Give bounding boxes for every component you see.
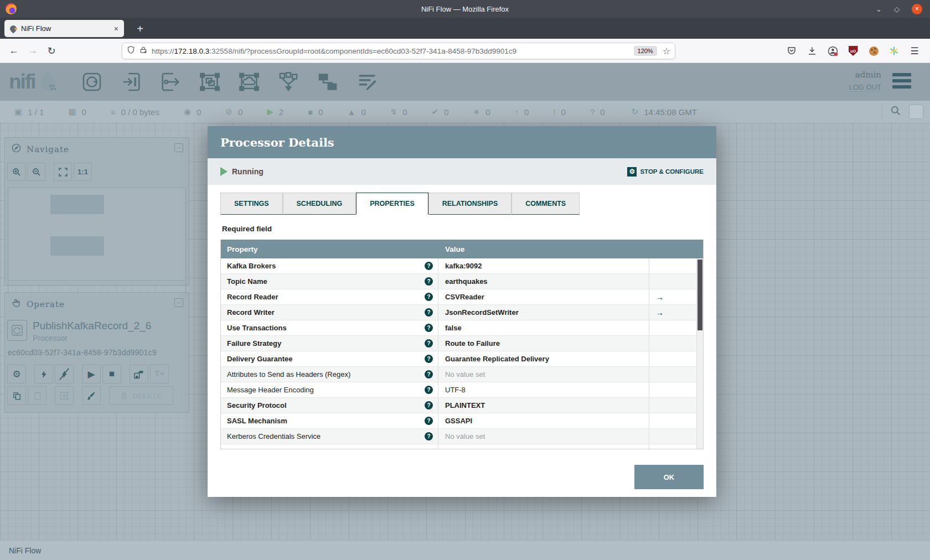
forward-button[interactable]: → [23, 45, 42, 56]
goto-service-arrow-icon[interactable]: → [655, 308, 664, 317]
table-scrollbar[interactable] [696, 258, 703, 449]
lock-warning-icon[interactable] [140, 46, 147, 56]
property-row[interactable]: Security Protocol?PLAINTEXT [221, 398, 703, 413]
property-help-icon[interactable]: ? [425, 386, 433, 394]
upload-template-button[interactable] [150, 365, 169, 383]
property-value[interactable]: JsonRecordSetWriter [438, 305, 649, 320]
start-button[interactable]: ▶ [82, 365, 101, 383]
property-value[interactable]: PLAINTEXT [438, 398, 649, 413]
tab-scheduling[interactable]: SCHEDULING [283, 193, 356, 215]
global-menu-icon[interactable] [892, 73, 911, 91]
logout-link[interactable]: LOG OUT [849, 83, 881, 92]
property-help-icon[interactable]: ? [425, 417, 433, 425]
property-help-icon[interactable]: ? [425, 432, 433, 440]
ok-button[interactable]: OK [634, 465, 704, 489]
birdseye-minimap[interactable] [8, 188, 186, 281]
template-toolbar-icon[interactable] [317, 71, 338, 92]
tab-properties[interactable]: PROPERTIES [356, 193, 428, 215]
download-icon[interactable] [807, 45, 818, 56]
zoom-fit-button[interactable] [54, 163, 72, 181]
property-value[interactable]: kafka:9092 [438, 258, 649, 273]
property-value[interactable]: UTF-8 [438, 382, 649, 397]
remote-process-group-toolbar-icon[interactable] [239, 71, 260, 92]
color-brush-button[interactable] [82, 386, 101, 405]
goto-service-arrow-icon[interactable]: → [655, 292, 664, 302]
window-maximize-icon[interactable]: ◇ [894, 6, 900, 13]
table-scrollbar-thumb[interactable] [698, 260, 702, 330]
browser-tab[interactable]: NiFi Flow × [4, 20, 124, 37]
settings-panel-icon[interactable] [909, 105, 923, 119]
output-port-toolbar-icon[interactable] [160, 71, 181, 92]
account-icon[interactable] [827, 45, 838, 56]
property-help-icon[interactable]: ? [425, 308, 433, 317]
search-icon[interactable] [890, 105, 901, 118]
property-help-icon[interactable]: ? [425, 339, 433, 348]
zoom-out-button[interactable] [27, 163, 45, 181]
stop-and-configure-button[interactable]: ⚙ STOP & CONFIGURE [627, 167, 704, 177]
enable-button[interactable] [34, 365, 53, 383]
breadcrumb[interactable]: NiFi Flow [9, 546, 41, 555]
tab-settings[interactable]: SETTINGS [220, 193, 283, 215]
property-value[interactable]: false [438, 320, 649, 335]
operate-collapse-button[interactable]: − [174, 298, 183, 307]
property-value[interactable]: No value set [438, 429, 649, 444]
zoom-in-button[interactable] [7, 163, 25, 181]
property-row[interactable]: Attributes to Send as Headers (Regex)?No… [221, 367, 703, 382]
tab-comments[interactable]: COMMENTS [512, 193, 580, 215]
group-button[interactable] [55, 386, 74, 405]
property-value[interactable]: earthquakes [438, 274, 649, 289]
new-tab-button[interactable]: + [133, 22, 147, 36]
ublock-icon[interactable]: uO [848, 45, 859, 56]
tab-relationships[interactable]: RELATIONSHIPS [428, 193, 512, 215]
paste-button[interactable] [28, 386, 46, 405]
property-help-icon[interactable]: ? [425, 355, 433, 363]
refresh-icon[interactable]: ↻ [632, 107, 639, 117]
url-bar[interactable]: https://172.18.0.3:32558/nifi/?processGr… [122, 43, 675, 59]
property-row[interactable]: Message Header Encoding?UTF-8 [221, 382, 703, 398]
property-value[interactable]: GSSAPI [438, 413, 649, 428]
stop-button[interactable]: ■ [102, 365, 121, 383]
input-port-toolbar-icon[interactable] [121, 71, 142, 92]
configure-button[interactable]: ⚙ [7, 365, 26, 383]
property-value[interactable]: Route to Failure [438, 336, 649, 351]
property-help-icon[interactable]: ? [425, 293, 433, 301]
process-group-toolbar-icon[interactable] [199, 71, 220, 92]
processor-toolbar-icon[interactable] [81, 71, 102, 92]
property-help-icon[interactable]: ? [425, 370, 433, 378]
property-row[interactable]: Record Writer?JsonRecordSetWriter→ [221, 305, 703, 320]
property-value[interactable]: Guarantee Replicated Delivery [438, 351, 649, 366]
property-row[interactable]: Delivery Guarantee?Guarantee Replicated … [221, 351, 703, 367]
property-row[interactable] [221, 444, 703, 449]
funnel-toolbar-icon[interactable] [278, 71, 299, 92]
property-help-icon[interactable]: ? [425, 324, 433, 332]
pocket-icon[interactable] [786, 45, 797, 56]
window-minimize-icon[interactable]: ⌄ [876, 6, 882, 13]
disable-button[interactable] [55, 365, 74, 383]
property-row[interactable]: Topic Name?earthquakes [221, 274, 703, 289]
property-value[interactable]: CSVReader [438, 289, 649, 304]
back-button[interactable]: ← [4, 45, 23, 56]
menu-icon[interactable]: ☰ [909, 45, 920, 56]
property-row[interactable]: Kafka Brokers?kafka:9092 [221, 258, 703, 274]
tab-close-icon[interactable]: × [114, 24, 118, 33]
copy-button[interactable] [7, 386, 26, 405]
property-help-icon[interactable]: ? [425, 277, 433, 286]
extension-sparkle-icon[interactable] [888, 45, 900, 56]
window-close-icon[interactable]: × [912, 4, 922, 14]
cookie-icon[interactable] [868, 45, 879, 56]
property-value[interactable] [438, 444, 649, 449]
property-help-icon[interactable]: ? [425, 401, 433, 409]
page-zoom-badge[interactable]: 120% [634, 46, 657, 56]
property-row[interactable]: Use Transactions?false [221, 320, 703, 336]
property-row[interactable]: Record Reader?CSVReader→ [221, 289, 703, 305]
label-toolbar-icon[interactable] [356, 71, 378, 92]
delete-button[interactable]: DELETE [109, 386, 173, 405]
navigate-collapse-button[interactable]: − [174, 143, 183, 152]
bookmark-star-icon[interactable]: ☆ [663, 46, 670, 56]
reload-button[interactable]: ↻ [42, 45, 61, 57]
property-row[interactable]: Kerberos Credentials Service?No value se… [221, 429, 703, 444]
shield-icon[interactable] [127, 45, 135, 56]
save-template-button[interactable] [130, 365, 148, 383]
refresh-status[interactable]: ↻14:45:08 GMT [632, 107, 697, 117]
property-row[interactable]: Failure Strategy?Route to Failure [221, 336, 703, 351]
